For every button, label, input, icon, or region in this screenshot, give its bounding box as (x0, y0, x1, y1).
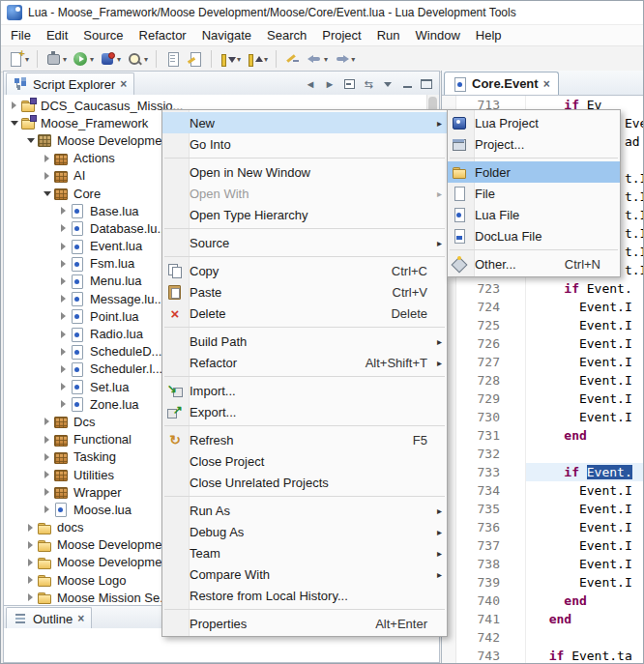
dropdown-caret-icon[interactable]: ▾ (264, 55, 268, 64)
close-outline-icon[interactable]: × (77, 613, 84, 624)
expander-icon[interactable] (24, 541, 37, 549)
back-history-button[interactable]: ▾ (305, 48, 330, 70)
menubar-item-source[interactable]: Source (75, 26, 131, 44)
code-line-743[interactable]: 743 if Event.ta (456, 647, 643, 663)
expander-icon[interactable] (57, 400, 70, 408)
tab-core-event[interactable]: Core.Event × (444, 72, 559, 95)
code-line-727[interactable]: 727 Event.I (456, 353, 643, 371)
menubar-item-file[interactable]: File (3, 26, 39, 44)
code-line-741[interactable]: 741 end (456, 610, 643, 628)
expander-icon[interactable] (41, 471, 53, 478)
search-button[interactable]: ▾ (125, 48, 150, 70)
submenu-item-file[interactable]: File (448, 183, 620, 204)
collapse-all-icon[interactable] (340, 76, 358, 92)
menu-item-restore-from-local-history[interactable]: Restore from Local History... (162, 585, 447, 606)
dropdown-caret-icon[interactable]: ▾ (25, 55, 29, 64)
view-menu-icon[interactable] (379, 76, 396, 92)
tab-outline[interactable]: Outline × (6, 607, 92, 629)
code-line-742[interactable]: 742 (456, 628, 643, 647)
expander-icon[interactable] (24, 576, 37, 584)
expander-icon[interactable] (24, 524, 37, 532)
menu-item-open-type-hierarchy[interactable]: Open Type Hierarchy (162, 204, 447, 225)
menu-item-close-unrelated-projects[interactable]: Close Unrelated Projects (162, 472, 447, 493)
menu-item-export[interactable]: Export... (162, 401, 447, 422)
menu-item-close-project[interactable]: Close Project (162, 450, 447, 472)
menubar-item-refactor[interactable]: Refactor (132, 26, 194, 44)
expander-icon[interactable] (57, 348, 70, 356)
menu-item-refactor[interactable]: RefactorAlt+Shift+T▸ (162, 352, 447, 373)
submenu-item-doclua-file[interactable]: DocLua File (448, 225, 620, 246)
expander-icon[interactable] (41, 155, 53, 162)
menubar-item-search[interactable]: Search (259, 26, 314, 44)
expander-icon[interactable] (24, 593, 37, 601)
code-line-723[interactable]: 723 if Event. (456, 279, 643, 298)
code-line-736[interactable]: 736 Event.I (456, 518, 643, 536)
expander-icon[interactable] (41, 418, 53, 425)
tab-script-explorer[interactable]: Script Explorer × (6, 72, 134, 95)
dropdown-caret-icon[interactable]: ▾ (117, 55, 121, 64)
close-view-icon[interactable]: × (120, 78, 127, 90)
menubar-item-run[interactable]: Run (369, 26, 408, 44)
expander-icon[interactable] (57, 260, 70, 268)
close-editor-tab-icon[interactable]: × (543, 78, 550, 90)
lua-launch-button[interactable]: ▾ (98, 48, 123, 70)
expander-icon[interactable] (24, 559, 37, 566)
forward-icon[interactable]: ► (321, 76, 338, 92)
new-wizard-button[interactable]: ▾ (6, 48, 31, 70)
expander-icon[interactable] (8, 121, 20, 126)
code-line-730[interactable]: 730 Event.I (456, 408, 643, 426)
submenu-item-folder[interactable]: Folder (448, 161, 620, 183)
next-annotation-button[interactable]: ▾ (218, 48, 243, 70)
expander-icon[interactable] (24, 138, 37, 143)
external-tools-button[interactable]: ▾ (44, 48, 69, 70)
expander-icon[interactable] (57, 331, 70, 338)
editor-action-1-button[interactable] (162, 48, 183, 70)
dropdown-caret-icon[interactable]: ▾ (63, 55, 67, 64)
code-line-732[interactable]: 732 (456, 445, 643, 463)
link-editor-icon[interactable]: ⇆ (360, 76, 377, 92)
dropdown-caret-icon[interactable]: ▾ (324, 55, 328, 64)
expander-icon[interactable] (57, 383, 70, 390)
menubar-item-project[interactable]: Project (314, 26, 368, 44)
submenu-item-other[interactable]: Other...Ctrl+N (448, 253, 620, 274)
minimize-icon[interactable] (398, 76, 416, 92)
expander-icon[interactable] (57, 243, 70, 250)
maximize-icon[interactable] (418, 76, 435, 92)
menu-item-open-with[interactable]: Open With▸ (162, 183, 447, 204)
menu-item-go-into[interactable]: Go Into (162, 133, 447, 155)
previous-annotation-button[interactable]: ▾ (245, 48, 270, 70)
code-line-731[interactable]: 731 end (456, 426, 643, 445)
expander-icon[interactable] (57, 312, 70, 320)
menubar-item-edit[interactable]: Edit (39, 26, 75, 44)
expander-icon[interactable] (41, 505, 53, 513)
dropdown-caret-icon[interactable]: ▾ (90, 55, 94, 64)
code-line-738[interactable]: 738 Event.I (456, 555, 643, 573)
menu-item-import[interactable]: Import... (162, 380, 447, 401)
expander-icon[interactable] (41, 191, 53, 196)
editor-action-2-button[interactable] (185, 48, 205, 70)
submenu-item-lua-project[interactable]: Lua Project (448, 112, 620, 133)
code-line-734[interactable]: 734 Event.I (456, 481, 643, 500)
code-line-729[interactable]: 729 Event.I (456, 390, 643, 408)
submenu-item-project[interactable]: Project... (448, 133, 620, 155)
code-line-735[interactable]: 735 Event.I (456, 500, 643, 518)
menu-item-properties[interactable]: PropertiesAlt+Enter (162, 613, 447, 634)
expander-icon[interactable] (41, 453, 53, 461)
menu-item-delete[interactable]: DeleteDelete (162, 303, 447, 324)
run-button[interactable]: ▾ (71, 48, 96, 70)
menubar-item-navigate[interactable]: Navigate (194, 26, 259, 44)
menu-item-refresh[interactable]: RefreshF5 (162, 429, 447, 450)
forward-history-button[interactable]: ▾ (332, 48, 357, 70)
menu-item-debug-as[interactable]: Debug As▸ (162, 521, 447, 542)
code-line-733[interactable]: 733 if Event. (456, 463, 643, 481)
last-edit-location-button[interactable] (282, 48, 303, 70)
code-line-737[interactable]: 737 Event.I (456, 536, 643, 555)
code-line-740[interactable]: 740 end (456, 592, 643, 610)
submenu-item-lua-file[interactable]: Lua File (448, 204, 620, 225)
expander-icon[interactable] (57, 277, 70, 285)
menu-item-compare-with[interactable]: Compare With▸ (162, 563, 447, 585)
menu-item-open-in-new-window[interactable]: Open in New Window (162, 161, 447, 183)
code-line-724[interactable]: 724 Event.I (456, 298, 643, 316)
code-line-726[interactable]: 726 Event.I (456, 334, 643, 353)
menu-item-build-path[interactable]: Build Path▸ (162, 331, 447, 352)
